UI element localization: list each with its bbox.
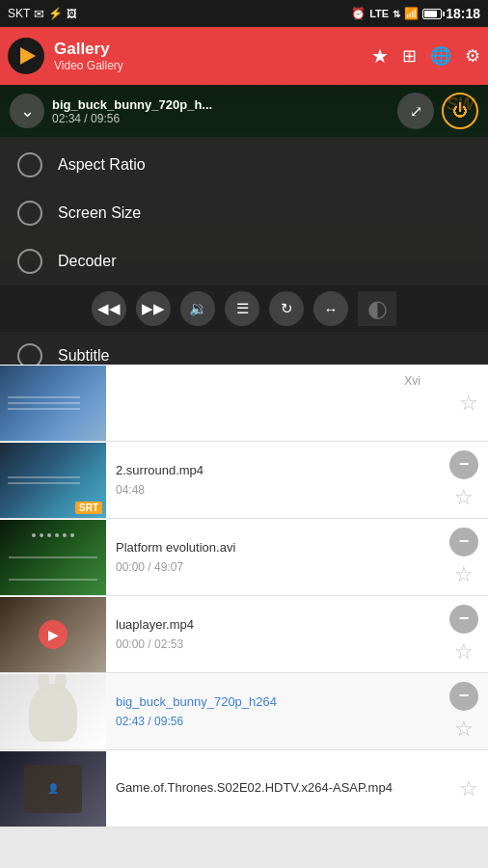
file-info: big_buck_bunny_720p_h264 02:43 / 09:56 [106, 689, 449, 734]
file-thumbnail [0, 674, 106, 749]
file-name: Game.of.Thrones.S02E02.HDTV.x264-ASAP.mp… [116, 780, 449, 797]
remove-button[interactable]: − [449, 605, 478, 634]
list-item[interactable]: ▶ luaplayer.mp4 00:00 / 02:53 − ☆ [0, 596, 488, 673]
file-name: big_buck_bunny_720p_h264 [116, 694, 440, 711]
radio-aspect-ratio [17, 152, 42, 177]
player-controls: ◀◀ ▶▶ 🔉 ☰ ↻ ↔ ◐ [0, 285, 488, 332]
carrier-label: SKT [8, 7, 30, 20]
star-button[interactable]: ☆ [454, 639, 474, 665]
lte-arrows-icon: ⇅ [393, 9, 400, 19]
file-info: Game.of.Thrones.S02E02.HDTV.x264-ASAP.mp… [106, 774, 459, 802]
file-actions: − ☆ [449, 605, 488, 665]
star-button[interactable]: ☆ [454, 717, 474, 742]
skip-back-button[interactable]: ◀◀ [92, 291, 126, 326]
file-name: luaplayer.mp4 [116, 617, 440, 634]
player-top-bar: ⌄ big_buck_bunny_720p_h... 02:34 / 09:56… [0, 85, 488, 137]
list-item[interactable]: SRT 2.surround.mp4 04:48 − ☆ [0, 442, 488, 519]
remove-button[interactable]: − [449, 528, 478, 556]
list-item[interactable]: 👤 Game.of.Thrones.S02E02.HDTV.x264-ASAP.… [0, 750, 488, 827]
file-thumbnail [0, 520, 106, 595]
menu-item-aspect-ratio[interactable]: Aspect Ratio [0, 141, 488, 189]
list-item[interactable]: big_buck_bunny_720p_h264 02:43 / 09:56 −… [0, 673, 488, 750]
rotate-button[interactable]: ↻ [269, 291, 304, 326]
list-item[interactable]: Platform evolution.avi 00:00 / 49:07 − ☆ [0, 519, 488, 596]
settings-icon[interactable]: ⚙ [465, 45, 480, 67]
menu-item-subtitle[interactable]: Subtitle [0, 332, 488, 365]
globe-icon[interactable]: 🌐 [430, 45, 451, 67]
file-info: 2.surround.mp4 04:48 [106, 457, 449, 502]
power-button[interactable]: ⏻ [442, 93, 478, 129]
star-button[interactable]: ☆ [454, 562, 474, 587]
radio-subtitle [17, 343, 42, 365]
app-title-group: Gallery Video Gallery [54, 40, 364, 72]
remove-button[interactable]: − [449, 682, 478, 711]
star-button[interactable]: ☆ [454, 485, 474, 510]
app-title: Gallery [54, 40, 364, 59]
overlay-dim: ◐ [358, 291, 396, 326]
file-actions: ☆ [459, 776, 488, 801]
app-subtitle: Video Gallery [54, 59, 364, 72]
srt-badge: SRT [75, 502, 102, 514]
alarm-icon: ⏰ [351, 7, 366, 20]
radio-screen-size [17, 201, 42, 226]
player-area[interactable]: SW ⌄ big_buck_bunny_720p_h... 02:34 / 09… [0, 85, 488, 365]
volume-button[interactable]: 🔉 [180, 291, 215, 326]
email-icon: ✉ [34, 7, 44, 21]
xvi-label: Xvi [404, 374, 420, 388]
file-actions: − ☆ [449, 450, 488, 510]
signal-icon: 📶 [404, 7, 419, 20]
file-actions: − ☆ [449, 682, 488, 742]
lte-label: LTE [369, 8, 389, 19]
player-chevron-button[interactable]: ⌄ [10, 94, 44, 128]
app-bar: Gallery Video Gallery ★ ⊞ 🌐 ⚙ [0, 27, 488, 85]
file-thumbnail [0, 366, 106, 441]
battery-icon [422, 9, 442, 19]
star-button[interactable]: ☆ [459, 776, 478, 801]
file-time: 00:00 / 02:53 [116, 637, 440, 651]
gallery-status-icon: 🖼 [67, 8, 77, 19]
star-icon[interactable]: ★ [371, 44, 389, 68]
file-name: Platform evolution.avi [116, 540, 440, 556]
status-bar: SKT ✉ ⚡ 🖼 ⏰ LTE ⇅ 📶 18:18 [0, 0, 488, 27]
play-logo-triangle [20, 47, 36, 65]
menu-label-subtitle: Subtitle [58, 347, 109, 365]
file-thumbnail: SRT [0, 443, 106, 518]
appbar-icons: ★ ⊞ 🌐 ⚙ [371, 44, 480, 68]
file-time: 02:43 / 09:56 [116, 715, 440, 728]
file-actions: − ☆ [449, 528, 488, 587]
expand-button[interactable]: ⤢ [397, 93, 434, 129]
time-label: 18:18 [446, 6, 480, 21]
file-info: Platform evolution.avi 00:00 / 49:07 [106, 534, 449, 580]
fit-button[interactable]: ↔ [313, 291, 348, 326]
player-filename: big_buck_bunny_720p_h... [52, 97, 390, 112]
skip-forward-button[interactable]: ▶▶ [136, 291, 171, 326]
file-info [106, 397, 459, 409]
star-button[interactable]: ☆ [459, 391, 478, 416]
file-thumbnail: 👤 [0, 751, 106, 827]
radio-decoder [17, 249, 42, 274]
file-thumbnail: ▶ [0, 597, 106, 672]
menu-label-decoder: Decoder [58, 253, 116, 270]
file-name: 2.surround.mp4 [116, 463, 440, 479]
file-info: luaplayer.mp4 00:00 / 02:53 [106, 611, 449, 657]
usb-icon: ⚡ [48, 7, 63, 20]
file-list: Xvi ☆ SRT 2.surround.mp4 04:48 − ☆ [0, 365, 488, 827]
player-overlay: ⌄ big_buck_bunny_720p_h... 02:34 / 09:56… [0, 85, 488, 365]
player-time: 02:34 / 09:56 [52, 112, 390, 125]
menu-label-aspect-ratio: Aspect Ratio [58, 156, 146, 174]
menu-item-decoder[interactable]: Decoder [0, 237, 488, 285]
grid-icon[interactable]: ⊞ [402, 45, 417, 67]
list-item[interactable]: Xvi ☆ [0, 365, 488, 442]
menu-label-screen-size: Screen Size [58, 204, 141, 222]
dropdown-menu: Aspect Ratio Screen Size Decoder ◀◀ ▶▶ 🔉… [0, 137, 488, 365]
menu-item-screen-size[interactable]: Screen Size [0, 189, 488, 237]
app-logo[interactable] [8, 38, 44, 74]
equalizer-button[interactable]: ☰ [225, 291, 259, 326]
remove-button[interactable]: − [449, 450, 478, 479]
file-actions: ☆ [459, 391, 488, 416]
file-time: 04:48 [116, 483, 440, 497]
file-time: 00:00 / 49:07 [116, 560, 440, 574]
